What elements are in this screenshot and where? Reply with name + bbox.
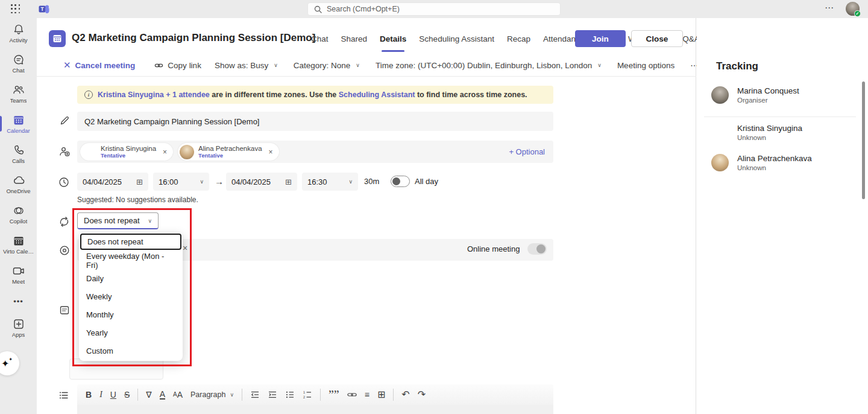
search-input[interactable]: Search (Cmd+Opt+E) — [307, 2, 561, 16]
strikethrough-button[interactable]: S — [124, 390, 130, 400]
outdent-button[interactable] — [250, 390, 260, 400]
sidebar-item-label: Teams — [10, 97, 27, 104]
recurrence-dropdown-button[interactable]: Does not repeat ∨ — [77, 212, 159, 229]
sidebar-item-label: Chat — [12, 67, 24, 74]
close-button[interactable]: Close — [631, 30, 683, 47]
attendee-chip[interactable]: Kristina Sinyugina Tentative × — [80, 143, 173, 161]
divider — [320, 389, 321, 401]
clear-location-icon[interactable]: × — [183, 243, 187, 253]
show-as-dropdown[interactable]: Show as: Busy ∨ — [215, 61, 278, 70]
hidden-field — [69, 358, 163, 380]
sidebar-item-meet[interactable]: Meet — [0, 260, 37, 290]
chat-icon — [13, 54, 25, 66]
attendee-chip[interactable]: Alina Petrachenkava Tentative × — [178, 143, 279, 161]
menu-item-daily[interactable]: Daily — [80, 270, 181, 288]
sidebar-item-onedrive[interactable]: OneDrive — [0, 169, 37, 199]
menu-item-custom[interactable]: Custom — [80, 342, 181, 360]
sidebar-item-virto-calendar[interactable]: Virto Cale… — [0, 229, 37, 260]
menu-item-every-weekday[interactable]: Every weekday (Mon - Fri) — [80, 252, 181, 270]
divider — [393, 389, 394, 401]
bold-button[interactable]: B — [86, 390, 92, 400]
highlight-button[interactable]: ∇ — [146, 390, 151, 400]
meeting-calendar-icon — [49, 30, 66, 47]
italic-button[interactable]: I — [99, 390, 102, 400]
app-launcher-icon[interactable] — [11, 4, 20, 14]
sidebar-item-label: Meet — [12, 278, 25, 285]
tracking-attendee-row[interactable]: Marina Conquest Organiser — [711, 86, 799, 104]
divider — [137, 389, 138, 401]
scheduling-assistant-link[interactable]: Scheduling Assistant — [339, 91, 415, 99]
cancel-x-icon: ✕ — [63, 60, 71, 71]
blockquote-button[interactable]: ”” — [329, 392, 339, 398]
undo-button[interactable]: ↶ — [401, 390, 409, 400]
online-meeting-toggle[interactable] — [527, 243, 547, 255]
sidebar-item-copilot[interactable]: Copilot — [0, 199, 37, 229]
sidebar-item-activity[interactable]: Activity — [0, 18, 37, 48]
underline-button[interactable]: U — [110, 390, 116, 400]
remove-attendee-icon[interactable]: × — [269, 148, 273, 156]
end-time-input[interactable]: 16:30 ∨ — [302, 173, 358, 191]
sidebar-item-chat[interactable]: Chat — [0, 48, 37, 78]
tracking-attendee-row[interactable]: Kristina Sinyugina Unknown — [711, 124, 802, 141]
join-button[interactable]: Join — [575, 30, 626, 47]
sidebar-item-label: Virto Cale… — [3, 248, 34, 255]
end-date-input[interactable]: 04/04/2025 ⊞ — [226, 173, 297, 191]
attendees-field[interactable]: Kristina Sinyugina Tentative × Alina Pet… — [77, 141, 553, 163]
redo-button[interactable]: ↷ — [418, 390, 426, 400]
sidebar-item-apps[interactable]: Apps — [0, 313, 37, 343]
font-color-button[interactable]: A — [160, 390, 165, 400]
duration-label: 30m — [364, 177, 379, 186]
tab-chat[interactable]: Chat — [311, 34, 329, 49]
start-time-input[interactable]: 16:00 ∨ — [153, 173, 209, 191]
font-size-button[interactable]: AA — [173, 390, 183, 400]
repeat-icon — [58, 216, 70, 228]
status-badge: Tentative — [198, 152, 262, 159]
timezone-dropdown[interactable]: Time zone: (UTC+00:00) Dublin, Edinburgh… — [376, 61, 602, 70]
tab-details[interactable]: Details — [380, 34, 406, 49]
remove-attendee-icon[interactable]: × — [163, 148, 167, 156]
tracking-attendee-row[interactable]: Alina Petrachenkava Unknown — [711, 154, 812, 171]
insert-link-button[interactable] — [347, 390, 357, 400]
menu-item-yearly[interactable]: Yearly — [80, 323, 181, 342]
description-editor-area[interactable] — [77, 405, 553, 414]
cancel-meeting-button[interactable]: ✕ Cancel meeting — [63, 60, 135, 71]
chevron-down-icon: ∨ — [230, 390, 234, 400]
attendees-link[interactable]: Kristina Sinyugina + 1 attendee — [98, 91, 210, 99]
add-optional-attendees-link[interactable]: + Optional — [509, 147, 545, 156]
start-date-input[interactable]: 04/04/2025 ⊞ — [77, 173, 148, 191]
command-bar: ✕ Cancel meeting Copy link Show as: Busy… — [37, 54, 696, 77]
menu-item-weekly[interactable]: Weekly — [80, 288, 181, 306]
menu-item-does-not-repeat[interactable]: Does not repeat — [80, 234, 181, 250]
align-button[interactable]: ≡ — [365, 390, 370, 400]
indent-button[interactable] — [268, 390, 277, 400]
add-attendee-icon — [58, 145, 71, 158]
menu-item-monthly[interactable]: Monthly — [80, 306, 181, 324]
insert-table-button[interactable]: ⊞ — [377, 390, 385, 400]
bullet-list-button[interactable] — [285, 390, 295, 400]
meeting-options-button[interactable]: Meeting options — [617, 61, 675, 70]
ai-sparkle-icon[interactable]: ✦✦ — [0, 351, 19, 375]
sidebar-nav: Activity Chat Teams Calendar Calls OneDr… — [0, 18, 37, 414]
search-placeholder: Search (Cmd+Opt+E) — [327, 5, 400, 13]
chevron-down-icon: ∨ — [148, 218, 152, 224]
clock-icon — [58, 177, 69, 188]
copy-link-button[interactable]: Copy link — [154, 61, 201, 70]
category-dropdown[interactable]: Category: None ∨ — [294, 61, 360, 70]
sidebar-item-label: Calls — [12, 158, 25, 164]
sidebar-more-icon[interactable]: ••• — [0, 290, 37, 313]
sidebar-item-teams[interactable]: Teams — [0, 78, 37, 109]
tab-scheduling-assistant[interactable]: Scheduling Assistant — [419, 34, 494, 49]
scrollbar[interactable] — [862, 81, 865, 199]
more-options-icon[interactable]: ⋯ — [825, 2, 834, 13]
numbered-list-button[interactable]: 12 — [303, 390, 312, 400]
tab-shared[interactable]: Shared — [341, 34, 368, 49]
tab-recap[interactable]: Recap — [507, 34, 530, 49]
video-camera-icon — [12, 265, 25, 277]
user-avatar[interactable]: ✓ — [846, 2, 860, 16]
sidebar-item-calls[interactable]: Calls — [0, 139, 37, 169]
all-day-toggle[interactable] — [391, 176, 410, 187]
sidebar-item-calendar[interactable]: Calendar — [0, 109, 37, 139]
agenda-list-icon — [58, 390, 69, 401]
meeting-title-input[interactable]: Q2 Marketing Campaign Planning Session [… — [77, 112, 553, 131]
paragraph-style-dropdown[interactable]: Paragraph ∨ — [190, 390, 234, 400]
